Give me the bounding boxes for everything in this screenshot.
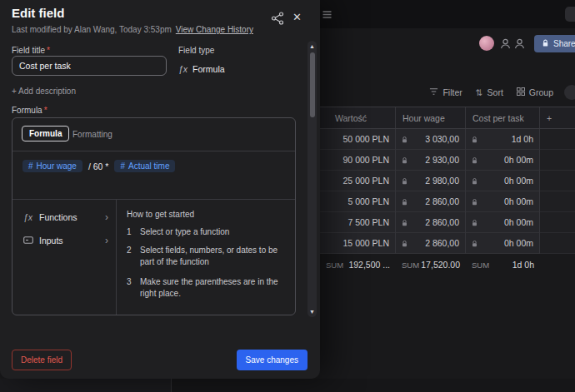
cell-cost-per-task[interactable]: 0h 00m: [466, 171, 540, 191]
cell-cost-per-task[interactable]: 0h 00m: [466, 150, 540, 171]
scroll-down-icon[interactable]: ▼: [308, 309, 317, 315]
filter-label: Filter: [442, 87, 462, 97]
summary-row: SUM 192,500 ... SUM 17,520.00 SUM 1d 0h: [320, 254, 575, 275]
field-title-label-text: Field title: [12, 46, 45, 55]
add-description-link[interactable]: + Add description: [12, 87, 76, 96]
cell-empty: [540, 150, 575, 171]
lock-icon: [471, 136, 478, 143]
cell-hour-wage[interactable]: 2 980,00: [396, 171, 466, 191]
cell-value: 0h 00m: [504, 176, 533, 186]
delete-field-button[interactable]: Delete field: [12, 350, 72, 370]
data-table: Wartość Hour wage Cost per task + 50 000…: [320, 107, 575, 275]
sort-label: Sort: [488, 87, 503, 97]
field-title-label: Field title*: [12, 46, 50, 55]
filter-button[interactable]: Filter: [429, 87, 462, 97]
formula-editor-panel: Formula Formatting # Hour wage / 60 * # …: [12, 117, 296, 315]
table-header-row: Wartość Hour wage Cost per task +: [320, 107, 575, 129]
modal-scrollbar[interactable]: ▲ ▼: [308, 41, 317, 317]
view-change-history-link[interactable]: View Change History: [176, 25, 253, 34]
avatar[interactable]: [479, 36, 494, 51]
functions-icon: ƒx: [22, 212, 33, 222]
topbar-right-icon[interactable]: [565, 7, 575, 22]
cell-cost-per-task[interactable]: 0h 00m: [466, 191, 540, 212]
more-options-button[interactable]: [564, 85, 575, 100]
collaborator-icon[interactable]: [498, 37, 512, 51]
inputs-label: Inputs: [39, 236, 63, 246]
cell-wartosc[interactable]: 5 000 PLN: [320, 191, 396, 212]
divider: [12, 151, 295, 151]
add-column-button[interactable]: +: [540, 107, 575, 128]
step-text: Select or type a function: [140, 226, 229, 238]
cell-hour-wage[interactable]: 2 860,00: [396, 191, 466, 212]
collaborator-icon[interactable]: [512, 37, 527, 51]
scroll-up-icon[interactable]: ▲: [308, 43, 317, 49]
table-row: 50 000 PLN 3 030,00 1d 0h: [320, 129, 575, 150]
lock-icon: [471, 177, 478, 185]
tab-formula[interactable]: Formula: [22, 126, 69, 141]
cell-cost-per-task[interactable]: 1d 0h: [466, 129, 540, 150]
lock-icon: [471, 240, 478, 247]
screen: Share Filter ⇅ Sort Group Wartość Hour w…: [0, 0, 575, 392]
field-dependencies-icon[interactable]: [271, 12, 284, 25]
formula-expression[interactable]: # Hour wage / 60 * # Actual time: [22, 160, 175, 172]
cell-hour-wage[interactable]: 2 860,00: [396, 212, 466, 233]
cell-wartosc[interactable]: 50 000 PLN: [320, 129, 396, 150]
help-step: 1 Select or type a function: [127, 226, 287, 238]
cell-wartosc[interactable]: 25 000 PLN: [320, 171, 396, 191]
step-number: 3: [127, 276, 133, 300]
functions-menu-item[interactable]: ƒx Functions ›: [22, 208, 108, 226]
cell-value: 2 980,00: [425, 176, 459, 186]
help-step: 2 Select fields, numbers, or dates to be…: [127, 245, 287, 268]
filter-icon: [429, 87, 438, 97]
sum-cost-per-task[interactable]: SUM 1d 0h: [466, 254, 540, 275]
chevron-right-icon: ›: [105, 211, 108, 223]
cell-value: 25 000 PLN: [343, 176, 389, 186]
field-chip-actual-time[interactable]: # Actual time: [114, 160, 175, 172]
group-button[interactable]: Group: [517, 87, 553, 97]
help-title: How to get started: [127, 210, 194, 219]
cell-cost-per-task[interactable]: 0h 00m: [466, 212, 540, 233]
sort-button[interactable]: ⇅ Sort: [476, 87, 503, 97]
divider: [116, 199, 117, 315]
cell-cost-per-task[interactable]: 0h 00m: [466, 233, 540, 254]
save-changes-button[interactable]: Save changes: [237, 350, 308, 370]
cell-empty: [540, 233, 575, 254]
column-header-cost-per-task[interactable]: Cost per task: [466, 107, 540, 128]
sum-hour-wage[interactable]: SUM 17,520.00: [396, 254, 466, 275]
cell-value: 0h 00m: [504, 238, 533, 248]
menu-icon[interactable]: [322, 8, 332, 23]
cell-value: 90 000 PLN: [343, 155, 389, 165]
inputs-menu-item[interactable]: Inputs ›: [22, 231, 108, 250]
cell-wartosc[interactable]: 90 000 PLN: [320, 150, 396, 171]
cell-wartosc[interactable]: 7 500 PLN: [320, 212, 396, 233]
view-toolbar: Filter ⇅ Sort Group: [429, 84, 553, 101]
cell-value: 2 860,00: [425, 238, 459, 248]
cell-value: 0h 00m: [504, 217, 533, 227]
hash-icon: #: [120, 161, 125, 171]
lock-icon: [542, 39, 549, 49]
lock-icon: [401, 177, 408, 185]
close-icon[interactable]: ✕: [291, 9, 303, 25]
last-modified-label: Last modified by Alan Wang, Today 3:53pm: [12, 25, 172, 34]
table-row: 7 500 PLN 2 860,00 0h 00m: [320, 212, 575, 233]
field-title-input[interactable]: [12, 56, 167, 76]
cell-hour-wage[interactable]: 3 030,00: [396, 129, 466, 150]
sum-wartosc[interactable]: SUM 192,500 ...: [320, 254, 396, 275]
column-header-wartosc[interactable]: Wartość: [320, 107, 396, 128]
cell-wartosc[interactable]: 15 000 PLN: [320, 233, 396, 254]
share-label: Share: [553, 39, 575, 48]
required-asterisk: *: [47, 46, 50, 55]
field-type-name: Formula: [192, 64, 225, 74]
field-type-value[interactable]: ƒx Formula: [178, 64, 225, 74]
field-chip-hour-wage[interactable]: # Hour wage: [22, 160, 82, 172]
column-header-hour-wage[interactable]: Hour wage: [396, 107, 466, 128]
cell-hour-wage[interactable]: 2 930,00: [396, 150, 466, 171]
cell-value: 15 000 PLN: [343, 238, 389, 248]
lock-icon: [471, 156, 478, 164]
cell-hour-wage[interactable]: 2 860,00: [396, 233, 466, 254]
cell-empty: [540, 191, 575, 212]
last-modified-text: Last modified by Alan Wang, Today 3:53pm…: [12, 25, 253, 34]
tab-formatting[interactable]: Formatting: [72, 130, 112, 139]
share-button[interactable]: Share: [534, 35, 575, 52]
scrollbar-thumb[interactable]: [310, 52, 315, 117]
